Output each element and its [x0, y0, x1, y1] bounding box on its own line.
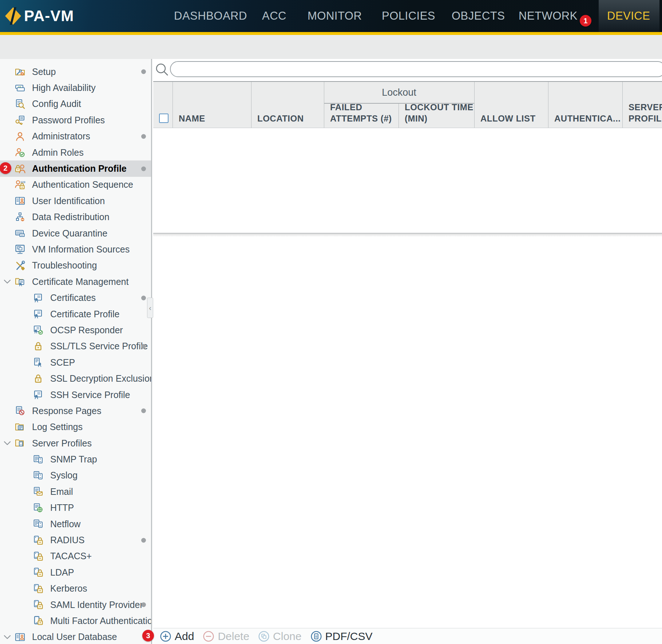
step-badge-2: 2 [0, 162, 11, 174]
server-doc-icon [33, 518, 44, 529]
status-dot [141, 166, 146, 171]
sidebar-item-authentication-sequence[interactable]: 123Authentication Sequence [0, 177, 151, 193]
keyboard-icon [15, 228, 25, 239]
sidebar-item-log-settings[interactable]: Log Settings [0, 419, 151, 435]
doc-magnifier-icon [15, 99, 25, 110]
nav-tab-monitor[interactable]: MONITOR [308, 0, 362, 32]
sidebar-item-password-profiles[interactable]: Password Profiles [0, 112, 151, 128]
sidebar-item-label: Data Redistribution [32, 212, 110, 222]
nav-tab-device[interactable]: DEVICE [607, 0, 650, 32]
column-header-server-profile[interactable]: SERVERPROFILE [622, 81, 662, 128]
sidebar-item-label: Password Profiles [32, 115, 105, 126]
search-input[interactable] [170, 61, 662, 77]
pa-vm-app: PA-VM DASHBOARDACCMONITORPOLICIESOBJECTS… [0, 0, 662, 644]
sidebar-item-config-audit[interactable]: Config Audit [0, 96, 151, 112]
column-header-failed-attempts[interactable]: FAILEDATTEMPTS (#) [324, 81, 399, 128]
nav-tab-acc[interactable]: ACC [262, 0, 286, 32]
sidebar-item-label: TACACS+ [50, 551, 92, 561]
sidebar-item-server-profiles[interactable]: Server Profiles [0, 435, 151, 451]
sidebar-item-certificate-management[interactable]: Certificate Management [0, 274, 151, 290]
id-card-icon [15, 632, 25, 643]
sidebar-item-label: Server Profiles [32, 438, 92, 449]
column-header-name[interactable]: NAME [173, 81, 251, 128]
sidebar-item-snmp-trap[interactable]: SNMP Trap [0, 451, 151, 467]
sidebar-item-label: Admin Roles [32, 147, 84, 158]
chevron-down-icon[interactable] [4, 441, 11, 445]
sidebar-item-netflow[interactable]: Netflow [0, 516, 151, 532]
nav-tab-network[interactable]: NETWORK [519, 0, 578, 32]
cert-check-icon [33, 325, 44, 335]
sidebar-item-high-availability[interactable]: High Availability [0, 80, 151, 96]
add-button[interactable]: Add [160, 630, 194, 643]
column-header-allow-list[interactable]: ALLOW LIST [474, 81, 548, 128]
sidebar-item-admin-roles[interactable]: Admin Roles [0, 144, 151, 160]
sidebar-item-saml-identity-provider[interactable]: SAML Identity Provider [0, 597, 151, 613]
sidebar-item-label: Kerberos [50, 583, 87, 594]
sidebar-item-label: Authentication Sequence [32, 179, 133, 190]
sidebar-item-multi-factor-authentication[interactable]: Multi Factor Authentication [0, 613, 151, 629]
sidebar-item-ssh-service-profile[interactable]: SSH Service Profile [0, 387, 151, 403]
clone-button[interactable]: Clone [258, 630, 301, 643]
sidebar-item-label: Syslog [50, 470, 78, 481]
sidebar-item-certificate-profile[interactable]: Certificate Profile [0, 306, 151, 322]
server-lock-icon [33, 567, 44, 578]
sidebar-item-device-quarantine[interactable]: Device Quarantine [0, 225, 151, 241]
select-all-checkbox[interactable] [159, 114, 169, 123]
sidebar-item-troubleshooting[interactable]: Troubleshooting [0, 258, 151, 274]
folder-doc-icon [15, 422, 25, 433]
sidebar-item-ldap[interactable]: LDAP [0, 564, 151, 580]
sidebar-item-syslog[interactable]: Syslog [0, 468, 151, 484]
chevron-down-icon[interactable] [4, 279, 11, 284]
column-header-location[interactable]: LOCATION [251, 81, 324, 128]
sidebar-item-user-identification[interactable]: User Identification [0, 193, 151, 209]
sidebar-item-ssl-tls-service-profile[interactable]: SSL/TLS Service Profile [0, 338, 151, 354]
content-header-band [0, 35, 662, 59]
pdf-csv-button[interactable]: PDF/CSV [310, 630, 373, 643]
sidebar-item-email[interactable]: Email [0, 484, 151, 500]
sidebar-collapse-handle[interactable]: ‹ [147, 298, 153, 318]
sidebar-item-label: SCEP [50, 357, 75, 368]
sidebar-item-local-user-database[interactable]: Local User Database [0, 629, 151, 644]
nav-tab-dashboard[interactable]: DASHBOARD [174, 0, 247, 32]
status-dot [141, 538, 146, 542]
server-doc-icon [33, 470, 44, 481]
column-header-lockout-time[interactable]: LOCKOUT TIME(MIN) [399, 81, 474, 128]
server-lock-icon [33, 551, 44, 562]
main-content: Lockout NAME LOCATION FAILEDATTEMPTS (#)… [153, 59, 662, 644]
sidebar-item-kerberos[interactable]: Kerberos [0, 581, 151, 597]
folder-server-icon [15, 438, 25, 449]
status-dot [141, 344, 146, 349]
sidebar-item-authentication-profile[interactable]: Authentication Profile [0, 160, 151, 176]
table-body-empty [153, 128, 662, 233]
sidebar-item-label: VM Information Sources [32, 244, 130, 255]
sidebar-item-http[interactable]: HTTP [0, 500, 151, 516]
sidebar-item-label: Device Quarantine [32, 228, 107, 239]
server-doc-icon [33, 454, 44, 465]
sidebar-item-label: Multi Factor Authentication [50, 616, 151, 626]
sidebar-item-response-pages[interactable]: Response Pages [0, 403, 151, 419]
sidebar-item-label: Administrators [32, 131, 90, 142]
bottom-toolbar: Add Delete [153, 628, 662, 644]
sidebar-item-ssl-decryption-exclusion[interactable]: SSL Decryption Exclusion [0, 370, 151, 386]
sidebar-item-data-redistribution[interactable]: Data Redistribution [0, 209, 151, 225]
sidebar-item-radius[interactable]: RADIUS [0, 532, 151, 548]
nav-tab-objects[interactable]: OBJECTS [452, 0, 505, 32]
delete-button[interactable]: Delete [203, 630, 249, 643]
cert-icon [33, 389, 44, 400]
folder-cert-icon [15, 276, 25, 287]
chevron-down-icon[interactable] [4, 635, 11, 639]
sidebar-item-certificates[interactable]: Certificates [0, 290, 151, 306]
sidebar-item-ocsp-responder[interactable]: OCSP Responder [0, 322, 151, 338]
sidebar-item-label: Certificates [50, 293, 96, 303]
sidebar-item-setup[interactable]: Setup [0, 64, 151, 80]
sidebar-item-tacacs[interactable]: TACACS+ [0, 548, 151, 564]
sidebar-item-label: Netflow [50, 519, 80, 529]
nav-tab-policies[interactable]: POLICIES [382, 0, 435, 32]
device-sidebar: SetupHigh AvailabilityConfig AuditPasswo… [0, 59, 152, 644]
sidebar-item-vm-information-sources[interactable]: VM Information Sources [0, 241, 151, 257]
monitor-vm-icon [15, 244, 25, 255]
column-header-authentication[interactable]: AUTHENTICA... [548, 81, 622, 128]
sidebar-item-administrators[interactable]: Administrators [0, 128, 151, 144]
sidebar-item-label: HTTP [50, 502, 74, 513]
sidebar-item-scep[interactable]: SCEP [0, 354, 151, 370]
